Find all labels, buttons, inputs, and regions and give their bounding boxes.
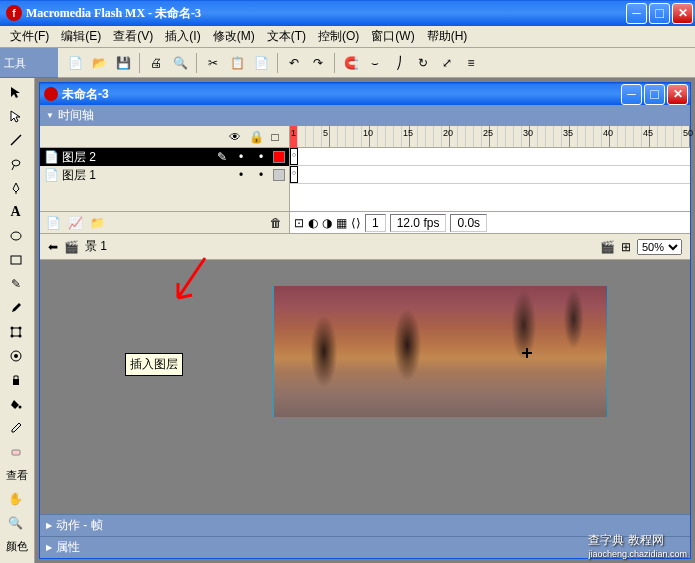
outline-icon[interactable]: □	[269, 130, 281, 144]
lock-dot[interactable]: •	[253, 150, 269, 164]
menu-insert[interactable]: 插入(I)	[159, 26, 206, 47]
layer-footer: 📄 📈 📁 🗑	[40, 211, 289, 233]
save-button[interactable]: 💾	[112, 52, 134, 74]
zoom-tool[interactable]: 🔍	[2, 511, 29, 535]
doc-close-button[interactable]: ✕	[667, 84, 688, 105]
registration-point	[522, 348, 532, 358]
zoom-select[interactable]: 50%	[637, 239, 682, 255]
line-tool[interactable]	[2, 128, 29, 152]
close-button[interactable]: ✕	[672, 3, 693, 24]
lock-dot[interactable]: •	[253, 168, 269, 182]
preview-button[interactable]: 🔍	[169, 52, 191, 74]
lasso-tool[interactable]	[2, 152, 29, 176]
insert-layer-button[interactable]: 📄	[44, 214, 62, 232]
subselect-tool[interactable]	[2, 104, 29, 128]
maximize-button[interactable]: □	[649, 3, 670, 24]
ink-bottle-tool[interactable]	[2, 368, 29, 392]
frame-row-layer2[interactable]	[290, 148, 690, 166]
rectangle-tool[interactable]	[2, 248, 29, 272]
svg-point-6	[10, 335, 13, 338]
eye-icon[interactable]: 👁	[229, 130, 241, 144]
modify-markers-icon[interactable]: ⟨⟩	[351, 216, 361, 230]
stage-area[interactable]	[40, 260, 690, 514]
layer-icon: 📄	[44, 150, 58, 164]
edit-multiple-icon[interactable]: ▦	[336, 216, 347, 230]
straighten-button[interactable]: ⎠	[388, 52, 410, 74]
new-button[interactable]: 📄	[64, 52, 86, 74]
onion-skin-icon[interactable]: ◐	[308, 216, 318, 230]
layer-header: 👁 🔒 □	[40, 126, 289, 148]
layer-color[interactable]	[273, 169, 285, 181]
layer-row-1[interactable]: 📄 图层 1 • •	[40, 166, 289, 184]
edit-scene-icon[interactable]: 🎬	[600, 240, 615, 254]
open-button[interactable]: 📂	[88, 52, 110, 74]
svg-rect-10	[13, 379, 19, 385]
menu-help[interactable]: 帮助(H)	[421, 26, 474, 47]
menu-file[interactable]: 文件(F)	[4, 26, 55, 47]
paint-bucket-tool[interactable]	[2, 392, 29, 416]
divider	[196, 53, 197, 73]
scene-label: 景 1	[85, 238, 107, 255]
delete-layer-button[interactable]: 🗑	[267, 214, 285, 232]
redo-button[interactable]: ↷	[307, 52, 329, 74]
eraser-tool[interactable]	[2, 440, 29, 464]
transform-tool[interactable]	[2, 320, 29, 344]
edit-symbols-icon[interactable]: ⊞	[621, 240, 631, 254]
copy-button[interactable]: 📋	[226, 52, 248, 74]
layer-color[interactable]	[273, 151, 285, 163]
minimize-button[interactable]: ─	[626, 3, 647, 24]
text-tool[interactable]: A	[2, 200, 29, 224]
stage-canvas[interactable]	[273, 285, 608, 418]
print-button[interactable]: 🖨	[145, 52, 167, 74]
paste-button[interactable]: 📄	[250, 52, 272, 74]
onion-skin-outlines-icon[interactable]: ◑	[322, 216, 332, 230]
frame-footer: ⊡ ◐ ◑ ▦ ⟨⟩ 1 12.0 fps 0.0s	[290, 211, 690, 233]
timeline-header[interactable]: 时间轴	[40, 105, 690, 126]
align-button[interactable]: ≡	[460, 52, 482, 74]
undo-button[interactable]: ↶	[283, 52, 305, 74]
menu-modify[interactable]: 修改(M)	[207, 26, 261, 47]
keyframe[interactable]	[290, 148, 298, 165]
snap-button[interactable]: 🧲	[340, 52, 362, 74]
svg-line-0	[11, 135, 21, 145]
stroke-color[interactable]: ✎	[2, 558, 29, 563]
insert-folder-button[interactable]: 📁	[88, 214, 106, 232]
arrow-tool[interactable]	[2, 80, 29, 104]
svg-point-4	[10, 327, 13, 330]
svg-point-5	[18, 327, 21, 330]
eyedropper-tool[interactable]	[2, 416, 29, 440]
layer-row-2[interactable]: 📄 图层 2 ✎ • •	[40, 148, 289, 166]
frame-ruler[interactable]: 15101520253035404550	[290, 126, 690, 148]
visibility-dot[interactable]: •	[233, 150, 249, 164]
oval-tool[interactable]	[2, 224, 29, 248]
keyframe[interactable]	[290, 166, 298, 183]
menu-edit[interactable]: 编辑(E)	[55, 26, 107, 47]
menu-text[interactable]: 文本(T)	[261, 26, 312, 47]
menu-control[interactable]: 控制(O)	[312, 26, 365, 47]
menu-view[interactable]: 查看(V)	[107, 26, 159, 47]
doc-minimize-button[interactable]: ─	[621, 84, 642, 105]
doc-maximize-button[interactable]: □	[644, 84, 665, 105]
toolbar: 工具 📄 📂 💾 🖨 🔍 ✂ 📋 📄 ↶ ↷ 🧲 ⌣ ⎠ ↻ ⤢ ≡	[0, 48, 695, 78]
lock-icon[interactable]: 🔒	[249, 130, 261, 144]
back-icon[interactable]: ⬅	[48, 240, 58, 254]
svg-point-9	[14, 354, 18, 358]
pen-tool[interactable]	[2, 176, 29, 200]
divider	[277, 53, 278, 73]
pencil-tool[interactable]: ✎	[2, 272, 29, 296]
frame-row-layer1[interactable]	[290, 166, 690, 184]
brush-tool[interactable]	[2, 296, 29, 320]
timeline: 👁 🔒 □ 📄 图层 2 ✎ • • 📄 图层 1	[40, 126, 690, 234]
fill-transform-tool[interactable]	[2, 344, 29, 368]
center-frame-icon[interactable]: ⊡	[294, 216, 304, 230]
menu-window[interactable]: 窗口(W)	[365, 26, 420, 47]
cut-button[interactable]: ✂	[202, 52, 224, 74]
hand-tool[interactable]: ✋	[2, 487, 29, 511]
scale-button[interactable]: ⤢	[436, 52, 458, 74]
smooth-button[interactable]: ⌣	[364, 52, 386, 74]
visibility-dot[interactable]: •	[233, 168, 249, 182]
insert-motion-guide-button[interactable]: 📈	[66, 214, 84, 232]
rotate-button[interactable]: ↻	[412, 52, 434, 74]
doc-icon	[44, 87, 58, 101]
view-section-header: 查看	[0, 466, 34, 485]
